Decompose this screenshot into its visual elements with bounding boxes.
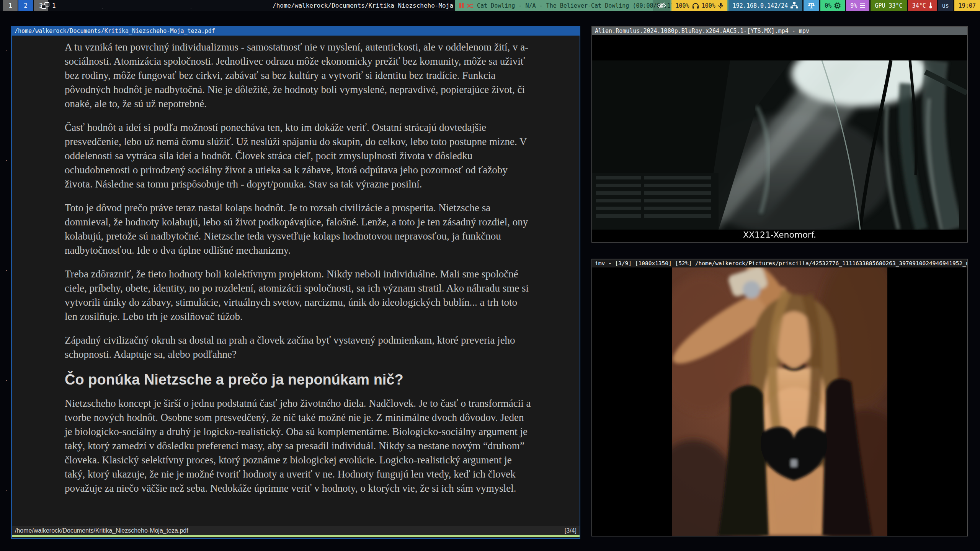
- pause-icon: [459, 3, 464, 8]
- pdf-section-heading: Čo ponúka Nietzsche a prečo ja neponúkam…: [65, 371, 532, 388]
- video-area[interactable]: XX121-Xenomorf.: [592, 35, 967, 242]
- balance-scale-icon: [808, 2, 815, 9]
- thermometer-icon: [929, 2, 933, 9]
- focused-window-title: /home/walkerock/Documents/Kritika_Niezsc…: [273, 0, 487, 11]
- eye-slash-icon: [657, 2, 666, 9]
- pdf-viewer-window: /home/walkerock/Documents/Kritika_Niezsc…: [11, 26, 580, 539]
- image-area[interactable]: [592, 267, 967, 536]
- movie-frame: [592, 60, 967, 230]
- pdf-inputbar: [12, 535, 580, 537]
- gpu-temp-module[interactable]: GPU 33°C: [871, 0, 906, 11]
- status-bar: 1 2 3 1 /home/walkerock/Documents/Kritik…: [0, 0, 980, 11]
- network-module[interactable]: 192.168.0.142/24: [728, 0, 803, 11]
- imv-window-titlebar[interactable]: imv - [3/9] [1080x1350] [52%] /home/walk…: [592, 259, 967, 267]
- pdf-statusbar-path: /home/walkerock/Documents/Kritika_Niezsc…: [15, 527, 188, 534]
- memory-icon: [860, 3, 865, 8]
- temperature-value: 34°C: [912, 2, 926, 9]
- pdf-page[interactable]: A tu vzniká ten povrchný individualizmus…: [12, 36, 580, 526]
- clock-module[interactable]: 19:07: [954, 0, 980, 11]
- cpu-chip-icon: [834, 2, 841, 9]
- cpu-temp-module[interactable]: 34°C: [908, 0, 937, 11]
- battery-scales-module[interactable]: [804, 0, 819, 11]
- video-subtitle: XX121-Xenomorf.: [592, 230, 967, 240]
- pdf-paragraph: Západný civilizačný okruh sa dostal na p…: [65, 333, 532, 362]
- cpu-module[interactable]: 0%: [820, 0, 845, 11]
- pdf-statusbar: /home/walkerock/Documents/Kritika_Niezsc…: [12, 526, 580, 535]
- pdf-paragraph: Časť hodnôt a ideí si podľa možností pon…: [65, 121, 532, 191]
- pdf-paragraph: Treba zdôrazniť, že tieto hodnoty boli k…: [65, 267, 532, 324]
- memory-module[interactable]: 9%: [846, 0, 869, 11]
- pdf-paragraph: Toto je dôvod prečo práve teraz nastal k…: [65, 201, 532, 258]
- headphones-icon: [692, 3, 699, 9]
- cpu-usage: 0%: [825, 2, 831, 9]
- shuffle-icon: [467, 3, 474, 8]
- workspace-1-button[interactable]: 1: [3, 0, 18, 11]
- gpu-temperature: GPU 33°C: [875, 2, 902, 9]
- pdf-page-indicator: [3/4]: [565, 527, 577, 534]
- keyboard-layout-module[interactable]: us: [938, 0, 953, 11]
- workspace-2-button[interactable]: 2: [18, 0, 33, 11]
- pdf-paragraph: A tu vzniká ten povrchný individualizmus…: [65, 40, 532, 111]
- pdf-window-titlebar[interactable]: /home/walkerock/Documents/Kritika_Niezsc…: [12, 27, 580, 36]
- pdf-paragraph: Nietzscheho koncept je širší o jednu pod…: [65, 396, 532, 496]
- audio-volume-module[interactable]: 100% 100%: [671, 0, 727, 11]
- ip-address: 192.168.0.142/24: [733, 2, 788, 9]
- statusbar-modules: 100% 100% 192.168.0.142/24: [653, 0, 980, 11]
- stacked-windows-icon: [41, 2, 49, 9]
- screen-toggle-module[interactable]: [653, 0, 670, 11]
- keyboard-layout: us: [942, 2, 949, 9]
- layout-indicator[interactable]: 1: [41, 0, 56, 11]
- window-count: 1: [52, 2, 56, 9]
- memory-usage: 9%: [850, 2, 857, 9]
- network-nodes-icon: [791, 2, 798, 9]
- microphone-icon: [718, 2, 723, 9]
- mic-volume: 100%: [702, 2, 715, 9]
- photo-portrait: [672, 267, 887, 536]
- clock-time: 19:07: [959, 2, 976, 9]
- mpv-player-window: Alien.Romulus.2024.1080p.BluRay.x264.AAC…: [591, 26, 968, 243]
- mpv-window-titlebar[interactable]: Alien.Romulus.2024.1080p.BluRay.x264.AAC…: [592, 27, 967, 35]
- image-viewer-window: imv - [3/9] [1080x1350] [52%] /home/walk…: [591, 259, 968, 536]
- speaker-volume: 100%: [676, 2, 689, 9]
